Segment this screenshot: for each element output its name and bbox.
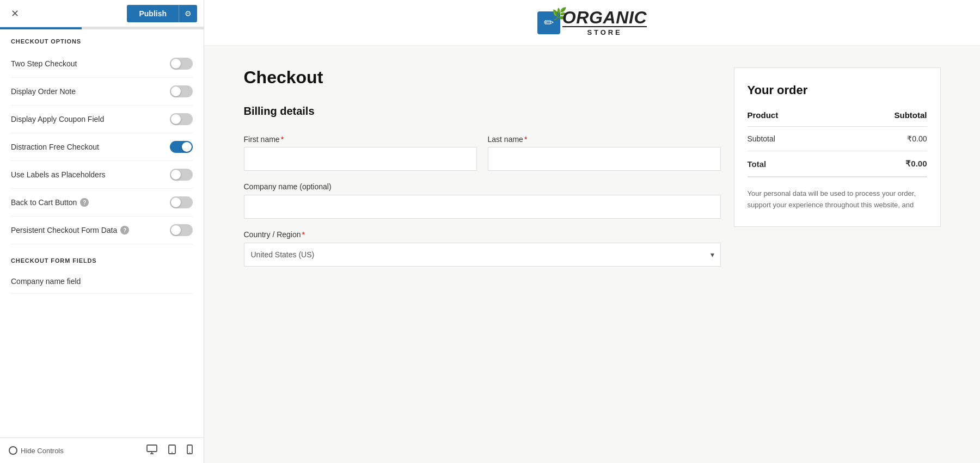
privacy-text: Your personal data will be used to proce…: [748, 188, 927, 211]
first-name-input[interactable]: [244, 147, 477, 171]
logo-store-text: Store: [562, 26, 647, 36]
first-name-label: First name*: [244, 135, 477, 144]
company-name-field-row: Company name field: [11, 269, 193, 294]
tablet-icon: [168, 445, 176, 454]
order-title: Your order: [748, 83, 927, 97]
subtotal-col-header: Subtotal: [835, 110, 927, 127]
toggle-slider-two-step: [170, 58, 193, 70]
hide-controls-label: Hide Controls: [21, 447, 64, 455]
form-fields-list: Company name field: [0, 269, 204, 294]
last-name-group: Last name*: [488, 135, 721, 171]
toggle-labels-placeholders[interactable]: [170, 169, 193, 181]
logo-organic-text: ORGANIC: [562, 9, 647, 26]
option-row-persistent-checkout: Persistent Checkout Form Data ?: [11, 217, 193, 244]
toggle-two-step[interactable]: [170, 58, 193, 70]
bottom-bar: Hide Controls: [0, 437, 204, 463]
toggle-order-note[interactable]: [170, 85, 193, 97]
toggle-slider-labels-placeholders: [170, 169, 193, 181]
option-label-order-note: Display Order Note: [11, 87, 76, 96]
toggle-slider-order-note: [170, 85, 193, 97]
toggle-persistent-checkout[interactable]: [170, 224, 193, 236]
country-select[interactable]: United States (US): [244, 243, 721, 267]
option-row-two-step: Two Step Checkout: [11, 50, 193, 78]
left-panel: ✕ Publish ⚙ CHECKOUT OPTIONS Two Step Ch…: [0, 0, 204, 463]
options-list: Two Step Checkout Display Order Note Dis…: [0, 50, 204, 244]
company-name-group: Company name (optional): [244, 182, 721, 219]
toggle-slider-distraction-free: [170, 141, 193, 153]
publish-button[interactable]: Publish: [127, 5, 179, 22]
checkout-options-header: CHECKOUT OPTIONS: [0, 29, 204, 50]
country-required: *: [302, 230, 305, 239]
total-value: ₹0.00: [835, 151, 927, 177]
last-name-required: *: [524, 135, 527, 144]
first-name-required: *: [281, 135, 284, 144]
top-bar: ✕ Publish ⚙: [0, 0, 204, 27]
help-icon-back-to-cart[interactable]: ?: [80, 198, 89, 207]
option-row-distraction-free: Distraction Free Checkout: [11, 133, 193, 161]
help-icon-persistent-checkout[interactable]: ?: [120, 226, 129, 234]
company-name-field-label: Company name field: [11, 277, 81, 286]
name-form-row: First name* Last name*: [244, 135, 721, 171]
last-name-input[interactable]: [488, 147, 721, 171]
option-row-back-to-cart: Back to Cart Button ?: [11, 189, 193, 217]
toggle-slider-persistent-checkout: [170, 224, 193, 236]
logo-icon-container: ✏ 🌿: [537, 11, 560, 34]
svg-point-4: [171, 452, 173, 453]
first-name-group: First name*: [244, 135, 477, 171]
checkout-title: Checkout: [244, 67, 721, 88]
option-row-coupon: Display Apply Coupon Field: [11, 106, 193, 133]
company-name-label: Company name (optional): [244, 182, 332, 191]
toggle-distraction-free[interactable]: [170, 141, 193, 153]
store-header: ✏ 🌿 ORGANIC Store: [204, 0, 980, 46]
option-label-coupon: Display Apply Coupon Field: [11, 115, 104, 124]
option-row-order-note: Display Order Note: [11, 78, 193, 106]
option-label-persistent-checkout: Persistent Checkout Form Data ?: [11, 226, 129, 234]
option-label-distraction-free: Distraction Free Checkout: [11, 143, 99, 151]
svg-point-6: [189, 452, 191, 453]
option-label-back-to-cart: Back to Cart Button ?: [11, 198, 89, 207]
desktop-device-button[interactable]: [144, 443, 160, 458]
order-sidebar: Your order Product Subtotal Subtotal ₹0.…: [734, 67, 941, 277]
option-label-two-step: Two Step Checkout: [11, 59, 77, 68]
device-icons-group: [144, 443, 195, 458]
hide-controls-button[interactable]: Hide Controls: [9, 446, 64, 455]
settings-button[interactable]: ⚙: [179, 5, 197, 22]
checkout-form-fields-header: CHECKOUT FORM FIELDS: [0, 249, 204, 269]
checkout-content-area: Checkout Billing details First name* Las…: [211, 46, 973, 299]
logo-text-area: ORGANIC Store: [562, 9, 647, 36]
total-label: Total: [748, 151, 835, 177]
option-row-labels-placeholders: Use Labels as Placeholders: [11, 161, 193, 189]
billing-section-title: Billing details: [244, 105, 721, 124]
tablet-device-button[interactable]: [166, 443, 178, 458]
store-logo: ✏ 🌿 ORGANIC Store: [537, 9, 647, 36]
country-select-wrapper: United States (US) ▾: [244, 243, 721, 267]
order-box: Your order Product Subtotal Subtotal ₹0.…: [734, 67, 941, 227]
option-label-labels-placeholders: Use Labels as Placeholders: [11, 170, 106, 179]
country-region-group: Country / Region* United States (US) ▾: [244, 230, 721, 267]
publish-group: Publish ⚙: [127, 5, 197, 22]
checkout-form-fields-section: CHECKOUT FORM FIELDS Company name field: [0, 249, 204, 294]
svg-rect-0: [147, 445, 157, 452]
order-table: Product Subtotal Subtotal ₹0.00 Total ₹0…: [748, 110, 927, 177]
hide-controls-circle-icon: [9, 446, 17, 455]
last-name-label: Last name*: [488, 135, 721, 144]
close-button[interactable]: ✕: [7, 5, 23, 22]
toggle-coupon[interactable]: [170, 113, 193, 125]
desktop-icon: [146, 445, 157, 454]
total-row: Total ₹0.00: [748, 151, 927, 177]
company-name-input[interactable]: [244, 195, 721, 219]
subtotal-value: ₹0.00: [835, 127, 927, 151]
mobile-device-button[interactable]: [185, 443, 195, 458]
mobile-icon: [187, 445, 193, 454]
country-label: Country / Region*: [244, 230, 305, 239]
subtotal-row: Subtotal ₹0.00: [748, 127, 927, 151]
right-panel: ✏ 🌿 ORGANIC Store Checkout Billing detai…: [204, 0, 980, 463]
product-col-header: Product: [748, 110, 835, 127]
checkout-main-form: Checkout Billing details First name* Las…: [244, 67, 721, 277]
subtotal-label: Subtotal: [748, 127, 835, 151]
toggle-back-to-cart[interactable]: [170, 196, 193, 208]
toggle-slider-back-to-cart: [170, 196, 193, 208]
toggle-slider-coupon: [170, 113, 193, 125]
